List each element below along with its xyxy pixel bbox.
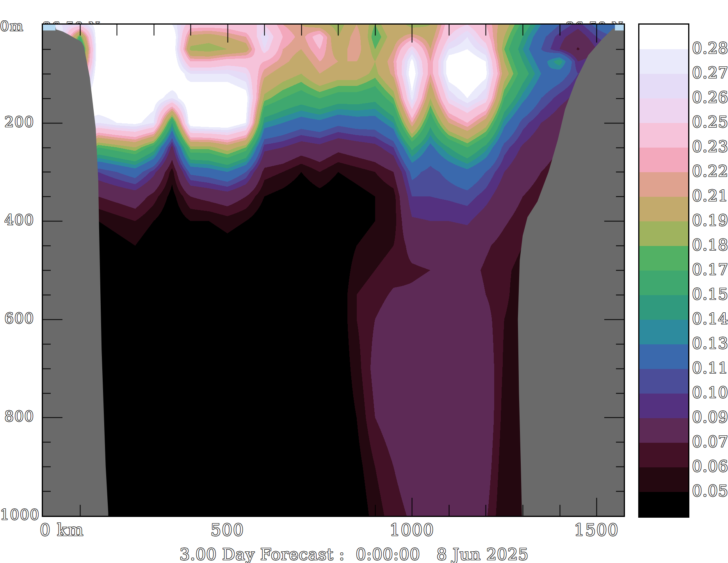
colorbar-label: 0.19: [692, 211, 728, 229]
colorbar-cell: [639, 467, 688, 492]
depth-axis-zero-label: 0m: [0, 18, 23, 34]
colorbar-label: 0.27: [692, 64, 728, 82]
colorbar-cell: [639, 98, 688, 123]
colorbar-cell: [639, 74, 688, 98]
colorbar-label: 0.07: [692, 433, 728, 451]
colorbar-label: 0.28: [692, 39, 728, 57]
colorbar-cell: [639, 271, 688, 295]
section-heatmap-canvas: [43, 25, 624, 516]
colorbar-cell: [639, 221, 688, 246]
colorbar-label: 0.22: [692, 162, 728, 180]
colorbar-cell: [639, 443, 688, 467]
colorbar-label: 0.25: [692, 113, 728, 131]
x-axis-label: 1000: [377, 520, 447, 540]
colorbar-label: 0.21: [692, 187, 728, 205]
colorbar-cell: [639, 394, 688, 418]
colorbar-cell: [639, 246, 688, 271]
x-axis-label: 0 km: [40, 520, 84, 540]
section-plot-area: [42, 23, 625, 517]
colorbar-cell: [639, 123, 688, 148]
colorbar-label: 0.23: [692, 137, 728, 155]
colorbar-label: 0.09: [692, 408, 728, 426]
y-axis-label: 400: [0, 212, 34, 228]
colorbar-cell: [639, 369, 688, 394]
colorbar-cell: [639, 25, 688, 49]
colorbar-cell: [639, 172, 688, 197]
colorbar-label: 0.14: [692, 310, 728, 328]
x-axis-label: 500: [192, 520, 263, 540]
ocean-forecast-page: { "header": { "left_lat": "26.50 N", "le…: [0, 0, 728, 563]
colorbar-cell: [639, 418, 688, 443]
y-axis-label: 800: [0, 408, 34, 425]
y-axis-label: 600: [0, 310, 34, 327]
colorbar-label: 0.18: [692, 236, 728, 254]
y-axis-label: 1000: [0, 506, 34, 523]
colorbar-cell: [639, 320, 688, 344]
colorbar-label: 0.11: [692, 359, 728, 377]
colorbar-label: 0.10: [692, 383, 728, 401]
colorbar-label: 0.26: [692, 88, 728, 106]
x-axis-label: 1500: [561, 520, 632, 540]
colorbar-cell: [639, 148, 688, 172]
colorbar-label: 0.06: [692, 457, 728, 475]
colorbar-label: 0.05: [692, 482, 728, 500]
y-axis-label: 200: [0, 114, 34, 130]
colorbar-cell: [639, 344, 688, 369]
forecast-caption: 3.00 Day Forecast : 0:00:00 8 Jun 2025: [180, 545, 515, 563]
colorbar-cell: [639, 492, 688, 517]
colorbar-cell: [639, 49, 688, 74]
colorbar: [638, 23, 689, 518]
colorbar-label: 0.13: [692, 334, 728, 352]
colorbar-label: 0.17: [692, 260, 728, 278]
colorbar-cell: [639, 295, 688, 320]
colorbar-label: 0.15: [692, 285, 728, 303]
colorbar-cell: [639, 197, 688, 221]
